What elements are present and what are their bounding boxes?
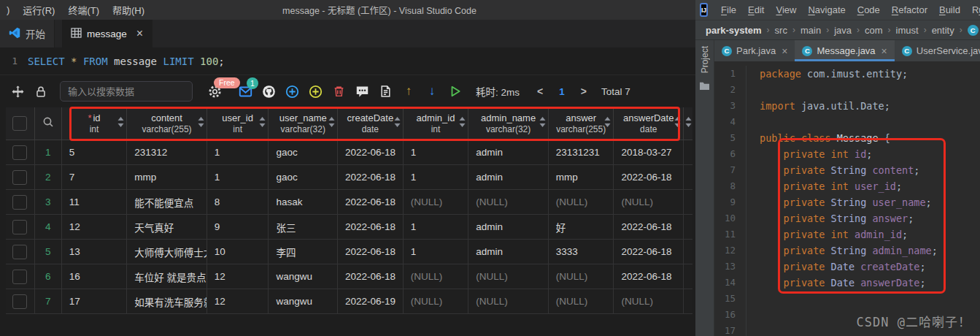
row-checkbox[interactable] (12, 170, 27, 185)
tab-message[interactable]: message× (62, 20, 153, 47)
code-line: 4 (714, 114, 980, 130)
search-icon[interactable] (42, 116, 54, 131)
tab-开始[interactable]: 开始 (0, 20, 55, 47)
grid-body: 152313121gaoc2022-06-181admin23131231201… (6, 140, 692, 314)
sort-icon[interactable] (328, 117, 335, 131)
document-icon[interactable] (378, 84, 393, 99)
breadcrumb-item[interactable]: park-system (706, 25, 762, 36)
table-cell: (NULL) (404, 289, 469, 313)
sort-icon[interactable] (459, 117, 466, 131)
sort-icon[interactable] (685, 117, 692, 131)
line-number: 12 (714, 243, 746, 259)
column-type: date (640, 124, 657, 135)
vscode-menu-item[interactable]: 终端(T) (61, 0, 106, 20)
add-circle-blue-icon[interactable] (285, 84, 299, 99)
line-number: 5 (714, 130, 746, 146)
vscode-menu-item[interactable]: 运行(R) (16, 0, 61, 20)
column-type: int (90, 124, 99, 135)
prev-page-button[interactable]: < (534, 85, 546, 97)
sort-icon[interactable] (198, 117, 204, 131)
row-checkbox[interactable] (12, 220, 27, 234)
vscode-menu-item[interactable]: 帮助(H) (106, 0, 151, 20)
tab-UserService.java[interactable]: CUserService.java× (895, 40, 980, 61)
intellij-menu-view[interactable]: View (770, 4, 802, 15)
intellij-menu-code[interactable]: Code (852, 4, 886, 15)
arrow-down-icon[interactable]: ↓ (425, 84, 439, 99)
sort-icon[interactable] (259, 117, 266, 131)
row-checkbox[interactable] (12, 245, 27, 259)
close-icon[interactable]: × (782, 45, 787, 57)
tab-Message.java[interactable]: CMessage.java× (795, 40, 894, 61)
table-row: 513大师傅大师傅士大10李四2022-06-181admin33332022-… (6, 240, 692, 264)
intellij-menu-refactor[interactable]: Refactor (886, 4, 933, 15)
vscode-menu-item[interactable]: ) (0, 0, 16, 20)
lock-icon[interactable] (34, 84, 48, 99)
project-tool-button[interactable]: Project (700, 46, 710, 73)
column-header-admin_name[interactable]: admin_namevarchar(32) (468, 107, 549, 140)
breadcrumb-item[interactable]: com (865, 25, 883, 36)
table-row: 412天气真好9张三2022-06-181admin好2022-06-18 (6, 215, 692, 240)
intellij-menu-build[interactable]: Build (933, 4, 966, 15)
table-cell: admin (468, 215, 549, 239)
line-number: 3 (714, 98, 746, 114)
sql-editor[interactable]: 1 SELECT * FROM message LIMIT 100; (0, 47, 695, 75)
comment-icon[interactable] (355, 84, 369, 99)
table-cell: admin (468, 140, 549, 164)
breadcrumb-item[interactable]: src (775, 25, 787, 36)
run-icon[interactable] (448, 84, 463, 99)
sort-icon[interactable] (394, 117, 401, 131)
code-line: 1package com.imust.entity; (714, 66, 980, 82)
breadcrumb-item[interactable]: main (800, 25, 821, 36)
line-number: 8 (714, 178, 746, 194)
column-header-answerDate[interactable]: answerDatedate (614, 107, 684, 140)
column-header-user_id[interactable]: user_idint (207, 107, 269, 140)
move-icon[interactable] (10, 84, 25, 99)
github-icon[interactable] (261, 84, 276, 99)
close-icon[interactable]: × (136, 28, 143, 39)
next-page-button[interactable]: > (578, 85, 590, 97)
tab-Park.java[interactable]: CPark.java× (714, 40, 795, 61)
row-checkbox[interactable] (12, 195, 27, 210)
table-cell: 8 (207, 190, 269, 214)
add-circle-yellow-icon[interactable] (308, 84, 323, 99)
column-header-id[interactable]: *idint (62, 107, 128, 140)
code-editor[interactable]: CSDN @二哈喇子！ 1package com.imust.entity;23… (714, 61, 980, 336)
column-type: varchar(32) (281, 124, 325, 135)
select-all-checkbox[interactable] (12, 116, 27, 131)
table-cell: 2022-06-18 (338, 215, 404, 239)
table-cell: (NULL) (468, 289, 549, 313)
trash-icon[interactable] (331, 84, 346, 99)
row-checkbox[interactable] (12, 270, 27, 284)
sort-icon[interactable] (117, 117, 124, 131)
free-badge: Free (214, 77, 240, 88)
table-cell: 2018-03-27 (614, 140, 684, 164)
sort-icon[interactable] (539, 117, 546, 131)
column-type: varchar(255) (556, 124, 606, 135)
column-header-createDate[interactable]: createDatedate (338, 107, 404, 140)
row-checkbox[interactable] (12, 294, 27, 309)
column-header-answer[interactable]: answervarchar(255) (549, 107, 614, 140)
column-header-admin_id[interactable]: admin_idint (404, 107, 469, 140)
row-checkbox[interactable] (12, 145, 27, 160)
search-input[interactable] (60, 81, 193, 102)
sort-icon[interactable] (604, 117, 611, 131)
table-cell: 2022-06-18 (338, 190, 404, 214)
breadcrumb-item[interactable]: entity (932, 25, 954, 36)
code-token: ; (908, 213, 914, 224)
table-cell: 231312 (127, 140, 207, 164)
intellij-menu-edit[interactable]: Edit (742, 4, 770, 15)
sort-icon[interactable] (674, 117, 681, 131)
intellij-menu-run[interactable]: Run (966, 4, 980, 15)
gear-icon[interactable]: Free (207, 84, 222, 99)
close-icon[interactable]: × (881, 45, 887, 57)
code-token: admin_name (872, 245, 931, 256)
breadcrumb-item[interactable]: imust (896, 25, 919, 36)
breadcrumb-item[interactable]: java (834, 25, 852, 36)
intellij-menu-file[interactable]: File (715, 4, 742, 15)
column-header-user_name[interactable]: user_namevarchar(32) (269, 107, 338, 140)
intellij-menu-navigate[interactable]: Navigate (802, 4, 851, 15)
mail-icon[interactable]: 1 (238, 84, 252, 99)
arrow-up-icon[interactable]: ↑ (401, 84, 416, 99)
table-cell: 12 (207, 289, 269, 313)
column-header-content[interactable]: contentvarchar(255) (127, 107, 207, 140)
